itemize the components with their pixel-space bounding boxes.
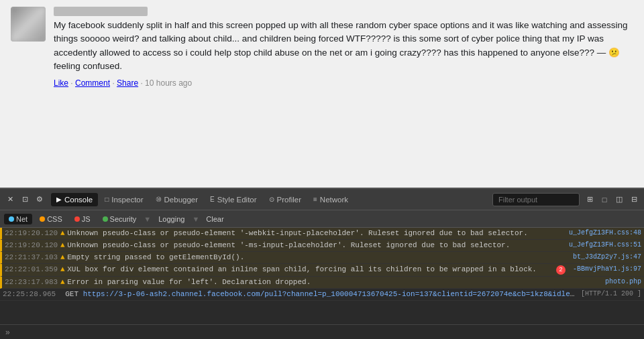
warn-icon: ▲ xyxy=(58,241,67,249)
tab-inspector[interactable]: □ Inspector xyxy=(99,193,148,206)
like-link[interactable]: Like xyxy=(54,78,68,88)
log-time: 22:19:20.120 xyxy=(5,229,58,237)
comment-link[interactable]: Comment xyxy=(75,78,110,88)
log-time: 22:25:28.965 xyxy=(3,290,56,298)
filter-js-button[interactable]: JS xyxy=(70,214,95,224)
get-url-link[interactable]: https://3-p-06-ash2.channel.facebook.com… xyxy=(83,290,576,298)
security-dot xyxy=(103,216,108,222)
filter-security-label: Security xyxy=(110,215,137,223)
log-message: XUL box for div element contained an inl… xyxy=(67,265,556,273)
filter-output-input[interactable] xyxy=(492,193,580,206)
filter-css-button[interactable]: CSS xyxy=(35,214,67,224)
tab-style-editor-label: Style Editor xyxy=(217,196,257,204)
post-content: My facebook suddenly split in half and t… xyxy=(54,7,633,181)
inspector-tab-icon: □ xyxy=(105,196,109,203)
network-tab-icon: ≡ xyxy=(313,196,317,203)
warn-icon: ▲ xyxy=(58,278,67,286)
devtools-panel: ✕ ⊡ ⚙ ▶ Console □ Inspector ⑩ Debugger E… xyxy=(0,188,644,339)
filter-css-label: CSS xyxy=(47,215,62,223)
log-row: 22:22:01.359 ▲ XUL box for div element c… xyxy=(0,264,644,277)
filter-net-button[interactable]: Net xyxy=(4,214,32,224)
debugger-tab-icon: ⑩ xyxy=(156,196,162,203)
tab-network-label: Network xyxy=(320,196,348,204)
log-row: 22:19:20.120 ▲ Unknown pseudo-class or p… xyxy=(0,228,644,240)
icon-btn-3[interactable]: ◫ xyxy=(613,194,625,206)
profiler-tab-icon: ⊙ xyxy=(269,196,274,203)
filter-net-label: Net xyxy=(16,215,28,223)
devtools-toolbar: ✕ ⊡ ⚙ ▶ Console □ Inspector ⑩ Debugger E… xyxy=(0,189,644,210)
close-devtools-button[interactable]: ✕ xyxy=(4,194,16,206)
console-tab-icon: ▶ xyxy=(56,196,62,203)
share-link[interactable]: Share xyxy=(117,78,138,88)
console-log-area: 22:19:20.120 ▲ Unknown pseudo-class or p… xyxy=(0,228,644,324)
log-row: 22:25:28.965 GET https://3-p-06-ash2.cha… xyxy=(0,289,644,301)
log-time: 22:21:37.103 xyxy=(5,253,58,261)
filter-security-button[interactable]: Security xyxy=(98,214,142,224)
tab-style-editor[interactable]: E Style Editor xyxy=(205,193,262,206)
log-message: Empty string passed to getElementById(). xyxy=(67,253,568,261)
log-time: 22:22:01.359 xyxy=(5,265,58,273)
tab-inspector-label: Inspector xyxy=(111,196,143,204)
icon-btn-2[interactable]: □ xyxy=(598,194,610,206)
warn-icon: ▲ xyxy=(58,229,67,237)
log-source[interactable]: -BBmvjPhaY1.js:97 xyxy=(573,265,641,273)
filter-toolbar: Net CSS JS Security ▼ Logging ▼ Clear xyxy=(0,210,644,228)
post-actions: Like · Comment · Share · 10 hours ago xyxy=(54,78,633,88)
log-source[interactable]: photo.php xyxy=(605,278,641,285)
tab-network[interactable]: ≡ Network xyxy=(308,193,354,206)
icon-btn-1[interactable]: ⊞ xyxy=(584,194,596,206)
facebook-post-area: My facebook suddenly split in half and t… xyxy=(0,0,644,188)
post-text: My facebook suddenly split in half and t… xyxy=(54,19,633,73)
net-dot xyxy=(9,216,14,222)
avatar xyxy=(11,7,46,42)
log-row: 22:21:37.103 ▲ Empty string passed to ge… xyxy=(0,252,644,264)
tab-profiler[interactable]: ⊙ Profiler xyxy=(264,193,307,206)
toolbar-utility-icons: ✕ ⊡ ⚙ xyxy=(4,194,46,206)
icon-btn-4[interactable]: ⊟ xyxy=(628,194,640,206)
settings-button[interactable]: ⚙ xyxy=(34,194,46,206)
js-dot xyxy=(74,216,80,222)
dock-button[interactable]: ⊡ xyxy=(19,194,31,206)
log-source[interactable]: bt_J3dZp2y7.js:47 xyxy=(573,253,641,261)
tab-debugger-label: Debugger xyxy=(164,196,199,204)
tab-console-label: Console xyxy=(64,196,93,204)
filter-logging-label: Logging xyxy=(158,215,184,223)
log-source[interactable]: u_JefgZ13FH.css:48 xyxy=(569,229,641,236)
log-message: Unknown pseudo-class or pseudo-element '… xyxy=(67,241,564,249)
log-source[interactable]: u_JefgZ13FH.css:51 xyxy=(569,241,641,249)
css-dot xyxy=(40,216,45,222)
tab-debugger[interactable]: ⑩ Debugger xyxy=(150,193,204,206)
repeat-badge: 2 xyxy=(556,265,566,275)
log-message: GET https://3-p-06-ash2.channel.facebook… xyxy=(65,290,576,298)
filter-logging-button[interactable]: Logging xyxy=(154,214,189,224)
devtools-bottom-bar: » xyxy=(0,324,644,339)
log-time: 22:19:20.120 xyxy=(5,241,58,249)
clear-button[interactable]: Clear xyxy=(202,214,227,224)
tab-profiler-label: Profiler xyxy=(277,196,301,204)
toolbar-right: ⊞ □ ◫ ⊟ xyxy=(492,193,640,206)
log-source: [HTTP/1.1 200 ] xyxy=(581,290,641,297)
post-author-name xyxy=(54,7,148,16)
bottom-icon[interactable]: » xyxy=(5,328,10,337)
toolbar-action-icons: ⊞ □ ◫ ⊟ xyxy=(584,194,640,206)
warn-icon: ▲ xyxy=(58,265,67,273)
log-row: 22:23:17.983 ▲ Error in parsing value fo… xyxy=(0,277,644,289)
post-time: 10 hours ago xyxy=(145,78,192,88)
log-message: Unknown pseudo-class or pseudo-element '… xyxy=(67,229,564,237)
warn-icon: ▲ xyxy=(58,253,67,261)
log-time: 22:23:17.983 xyxy=(5,278,58,286)
tab-console[interactable]: ▶ Console xyxy=(51,193,98,206)
log-message: Error in parsing value for 'left'. Decla… xyxy=(67,278,600,286)
log-row: 22:19:20.120 ▲ Unknown pseudo-class or p… xyxy=(0,240,644,252)
style-editor-tab-icon: E xyxy=(210,196,215,203)
filter-js-label: JS xyxy=(82,215,91,223)
